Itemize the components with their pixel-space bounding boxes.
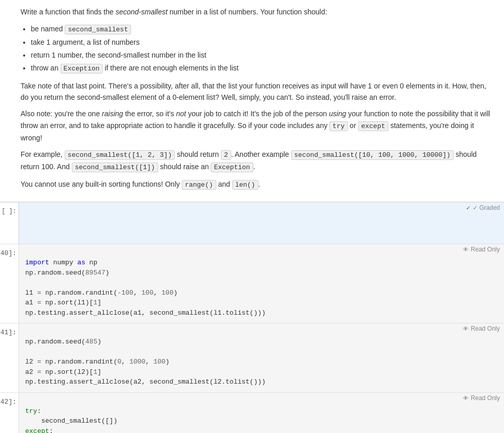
cell-41: 41]: Read Only np.random.seed(485) l2 = …	[0, 323, 504, 392]
readonly-badge-40: Read Only	[463, 246, 500, 253]
cell-number-40: 40]:	[1, 249, 16, 257]
para2: Also note: you're the one raising the er…	[21, 108, 494, 143]
cell-gutter-42: 42]:	[0, 393, 18, 433]
cell-gutter-empty: [ ]:	[0, 203, 18, 244]
para4: You cannot use any built-in sorting func…	[21, 178, 494, 191]
para1: Take note of that last point. There's a …	[21, 80, 494, 103]
cell-number-42: 42]:	[1, 398, 16, 406]
bullet-3: return 1 number, the second-smallest num…	[31, 49, 494, 62]
cell-code-40: import numpy as np np.random.seed(89547)…	[19, 255, 504, 323]
graded-badge: ✓ Graded	[466, 204, 500, 211]
bullet-1: be named second_smallest	[31, 23, 494, 35]
cell-code-empty[interactable]	[19, 213, 504, 244]
cell-number-empty: [ ]:	[2, 208, 16, 215]
cell-42: 42]: Read Only try: second_smallest([]) …	[0, 392, 504, 433]
cell-code-41: np.random.seed(485) l2 = np.random.randi…	[19, 334, 504, 392]
para3: For example, second_smallest([1, 2, 3]) …	[21, 149, 494, 173]
cell-code-42: try: second_smallest([]) except: assert …	[19, 403, 504, 433]
cell-header-42: Read Only	[19, 393, 504, 403]
readonly-badge-41: Read Only	[463, 325, 500, 332]
bullet-4: throw an Exception if there are not enou…	[31, 62, 494, 75]
instructions-list: be named second_smallest take 1 argument…	[31, 23, 494, 75]
cell-gutter-41: 41]:	[0, 323, 18, 392]
cell-40: 40]: Read Only import numpy as np np.ran…	[0, 244, 504, 323]
cell-empty: [ ]: ✓ Graded	[0, 202, 504, 244]
cell-header-40: Read Only	[19, 244, 504, 255]
bullet-2: take 1 argument, a list of numbers	[31, 36, 494, 49]
cell-content-40: Read Only import numpy as np np.random.s…	[18, 244, 504, 323]
cell-content-empty[interactable]: ✓ Graded	[18, 203, 504, 244]
cell-content-42: Read Only try: second_smallest([]) excep…	[18, 393, 504, 433]
instructions-area: Write a function that finds the second-s…	[0, 0, 504, 202]
cell-gutter-40: 40]:	[0, 244, 18, 323]
readonly-badge-42: Read Only	[463, 394, 500, 402]
cell-content-41: Read Only np.random.seed(485) l2 = np.ra…	[18, 323, 504, 392]
cell-header-41: Read Only	[19, 323, 504, 334]
page-container: Write a function that finds the second-s…	[0, 0, 504, 433]
instructions-intro: Write a function that finds the second-s…	[21, 6, 494, 17]
cell-header-empty: ✓ Graded	[19, 203, 504, 213]
cell-number-41: 41]:	[1, 329, 16, 336]
